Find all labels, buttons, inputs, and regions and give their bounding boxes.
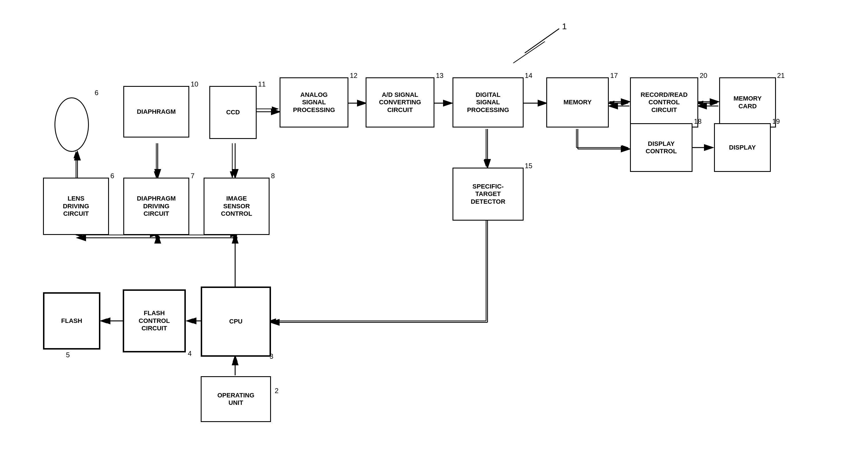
ref-3: 3 <box>270 353 273 360</box>
ref-20: 20 <box>700 72 707 80</box>
ref-9: 6 <box>95 89 98 97</box>
block-specific-target-label: SPECIFIC-TARGETDETECTOR <box>471 183 505 205</box>
block-diaphragm-driving-label: DIAPHRAGMDRIVINGCIRCUIT <box>137 195 176 218</box>
svg-point-44 <box>155 235 160 240</box>
block-analog-signal: ANALOGSIGNALPROCESSING <box>280 77 348 128</box>
ref-10: 10 <box>191 80 198 88</box>
block-flash-label: FLASH <box>61 317 82 325</box>
block-specific-target: SPECIFIC-TARGETDETECTOR <box>453 168 524 221</box>
block-display-control-label: DISPLAYCONTROL <box>646 140 677 155</box>
ref-8: 8 <box>271 172 275 180</box>
ref-7: 7 <box>191 172 194 180</box>
lens-shape <box>55 97 89 152</box>
ref-21: 21 <box>777 72 785 80</box>
block-flash-control: FLASHCONTROLCIRCUIT <box>123 289 186 353</box>
block-display-control: DISPLAYCONTROL <box>630 123 692 172</box>
ref-15: 15 <box>525 162 532 170</box>
block-record-read: RECORD/READCONTROLCIRCUIT <box>630 77 698 128</box>
block-flash-control-label: FLASHCONTROLCIRCUIT <box>139 309 170 332</box>
block-record-read-label: RECORD/READCONTROLCIRCUIT <box>641 91 688 114</box>
ref-12: 12 <box>350 72 358 80</box>
ref-17: 17 <box>610 72 618 80</box>
block-operating-unit-label: OPERATINGUNIT <box>217 392 254 407</box>
ref-2: 2 <box>275 387 278 395</box>
ref-19: 19 <box>772 118 780 126</box>
block-digital-signal-label: DIGITALSIGNALPROCESSING <box>467 91 509 114</box>
block-lens-driving: LENSDRIVINGCIRCUIT <box>43 178 109 235</box>
block-operating-unit: OPERATINGUNIT <box>201 376 271 422</box>
block-ccd: CCD <box>209 86 257 139</box>
ref-1: 1 <box>562 22 567 31</box>
svg-line-37 <box>525 29 559 53</box>
block-lens-driving-label: LENSDRIVINGCIRCUIT <box>63 195 89 218</box>
svg-line-2 <box>513 41 545 63</box>
block-cpu: CPU <box>201 287 271 357</box>
block-analog-signal-label: ANALOGSIGNALPROCESSING <box>293 91 335 114</box>
block-diaphragm: DIAPHRAGM <box>123 86 189 137</box>
block-flash: FLASH <box>43 292 100 350</box>
ref-13: 13 <box>436 72 444 80</box>
block-memory-label: MEMORY <box>563 99 592 106</box>
block-memory: MEMORY <box>546 77 609 128</box>
block-ccd-label: CCD <box>226 108 240 116</box>
block-cpu-label: CPU <box>229 318 242 325</box>
block-diaphragm-label: DIAPHRAGM <box>137 108 176 116</box>
block-image-sensor: IMAGESENSORCONTROL <box>204 178 270 235</box>
block-digital-signal: DIGITALSIGNALPROCESSING <box>453 77 524 128</box>
ref-11: 11 <box>258 80 266 88</box>
block-ad-converting-label: A/D SIGNALCONVERTINGCIRCUIT <box>379 91 421 114</box>
ref-5: 5 <box>66 351 70 359</box>
svg-point-40 <box>233 235 238 240</box>
block-display-label: DISPLAY <box>729 144 755 151</box>
block-memory-card: MEMORYCARD <box>719 77 776 128</box>
ref-18: 18 <box>694 118 702 126</box>
block-display: DISPLAY <box>714 123 771 172</box>
block-ad-converting: A/D SIGNALCONVERTINGCIRCUIT <box>366 77 434 128</box>
block-memory-card-label: MEMORYCARD <box>734 95 762 110</box>
ref-14: 14 <box>525 72 532 80</box>
ref-6: 6 <box>111 172 114 180</box>
diagram-container: 6 LENSDRIVINGCIRCUIT 6 DIAPHRAGM 10 DIAP… <box>0 0 868 461</box>
ref-4: 4 <box>188 350 191 358</box>
block-diaphragm-driving: DIAPHRAGMDRIVINGCIRCUIT <box>123 178 189 235</box>
block-image-sensor-label: IMAGESENSORCONTROL <box>221 195 252 218</box>
